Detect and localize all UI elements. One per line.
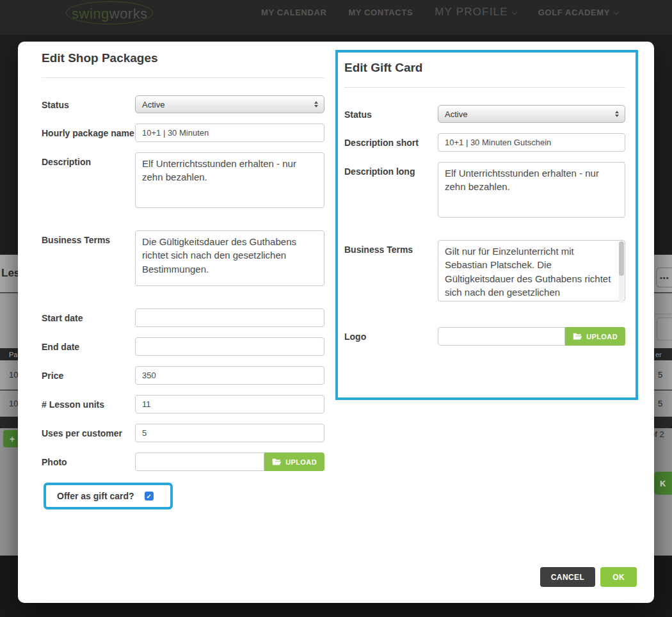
gift-panel-title: Edit Gift Card	[344, 61, 625, 75]
photo-upload-button[interactable]: UPLOAD	[264, 453, 324, 471]
status-label: Status	[42, 95, 135, 113]
photo-label: Photo	[42, 453, 135, 471]
nav-my-profile-label: MY PROFILE	[435, 6, 508, 18]
price-input[interactable]	[135, 366, 324, 385]
folder-open-icon	[573, 333, 582, 341]
gift-card-panel: Edit Gift Card Status Active Description…	[335, 50, 638, 400]
logo-upload-label: UPLOAD	[586, 333, 618, 341]
end-date-row: End date	[42, 337, 324, 356]
chevron-down-icon	[512, 10, 517, 15]
gift-business-terms-row: Business Terms Gilt nur für Einzelunterr…	[344, 240, 625, 304]
scrollbar-thumb[interactable]	[619, 241, 624, 276]
package-name-label: Hourly package name	[42, 124, 135, 142]
lesson-units-input[interactable]	[135, 395, 324, 413]
description-long-label: Description long	[344, 162, 438, 218]
description-label: Description	[42, 152, 135, 208]
plus-icon: +	[10, 434, 15, 444]
description-textarea[interactable]: Elf Unterrichtsstunden erhalten - nur ze…	[135, 152, 324, 208]
business-terms-label: Business Terms	[42, 230, 135, 286]
description-long-textarea[interactable]: Elf Unterrichtsstunden erhalten - nur ze…	[438, 162, 625, 218]
status-selected-value: Active	[142, 100, 164, 109]
logo-part-swing: swing	[72, 6, 109, 22]
photo-upload-label: UPLOAD	[285, 458, 317, 466]
end-date-input[interactable]	[135, 337, 324, 356]
logo-input[interactable]	[438, 327, 565, 346]
price-label: Price	[42, 366, 135, 385]
edit-shop-packages-dialog: Edit Shop Packages Status Active Hourly …	[18, 42, 654, 603]
start-date-input[interactable]	[135, 308, 324, 327]
gift-business-terms-label: Business Terms	[344, 240, 438, 304]
package-name-input[interactable]	[135, 124, 324, 142]
gift-status-select[interactable]: Active	[438, 105, 625, 123]
gift-status-selected-value: Active	[445, 109, 467, 119]
logo-part-works: works	[109, 6, 148, 22]
shop-panel-title: Edit Shop Packages	[42, 51, 324, 65]
status-row: Status Active	[42, 95, 324, 113]
start-date-row: Start date	[42, 308, 324, 327]
nav-golf-academy-label: GOLF ACADEMY	[538, 8, 610, 17]
green-action-button-label: K	[660, 479, 666, 488]
cancel-button[interactable]: CANCEL	[540, 567, 595, 587]
scrollbar[interactable]	[619, 241, 624, 303]
search-box-fragment[interactable]	[657, 317, 672, 341]
description-row: Description Elf Unterrichtsstunden erhal…	[42, 152, 324, 208]
select-spinner-icon	[314, 101, 318, 108]
nav-my-contacts[interactable]: MY CONTACTS	[348, 8, 413, 17]
status-select[interactable]: Active	[135, 95, 324, 113]
gift-status-row: Status Active	[344, 105, 625, 123]
folder-open-icon	[272, 458, 282, 466]
lesson-units-label: # Lesson units	[42, 395, 135, 413]
gift-business-terms-textarea[interactable]: Gilt nur für Einzelunterricht mit Sebast…	[438, 240, 625, 301]
check-icon: ✓	[146, 493, 151, 500]
table-cell-fragment: 5	[658, 399, 662, 408]
lessons-title-fragment: Les	[1, 267, 20, 280]
swingworks-logo[interactable]: swingworks	[72, 6, 148, 22]
divider	[654, 314, 672, 314]
more-options-button[interactable]: •••	[656, 268, 672, 287]
ok-button[interactable]: OK	[600, 567, 637, 587]
end-date-label: End date	[42, 337, 135, 356]
logo-row: Logo UPLOAD	[344, 327, 625, 346]
green-action-button-fragment[interactable]: K	[654, 472, 672, 495]
table-header-fragment-left: Pa	[9, 351, 17, 358]
logo-label: Logo	[344, 327, 438, 346]
photo-row: Photo UPLOAD	[42, 453, 324, 471]
logo-upload-button[interactable]: UPLOAD	[565, 327, 625, 346]
offer-gift-card-label: Offer as gift card?	[57, 490, 134, 502]
package-name-row: Hourly package name	[42, 124, 324, 142]
table-cell-fragment: 5	[658, 370, 662, 380]
description-short-input[interactable]	[438, 133, 625, 152]
ellipsis-icon: •••	[660, 274, 669, 282]
description-short-row: Description short	[344, 133, 625, 152]
main-nav: MY CALENDAR MY CONTACTS MY PROFILE GOLF …	[261, 0, 618, 24]
shop-packages-panel: Edit Shop Packages Status Active Hourly …	[42, 51, 324, 509]
chevron-down-icon	[614, 9, 619, 14]
business-terms-row: Business Terms Die Gültigkeitsdauer des …	[42, 230, 324, 286]
dialog-footer: CANCEL OK	[540, 567, 637, 587]
table-header-fragment-right: er	[655, 351, 662, 358]
nav-my-calendar[interactable]: MY CALENDAR	[261, 8, 326, 17]
gift-status-label: Status	[344, 105, 438, 123]
uses-per-customer-input[interactable]	[135, 424, 324, 442]
uses-per-customer-label: Uses per customer	[42, 424, 135, 442]
start-date-label: Start date	[42, 308, 135, 327]
description-long-row: Description long Elf Unterrichtsstunden …	[344, 162, 625, 218]
business-terms-textarea[interactable]: Die Gültigkeitsdauer des Guthabens richt…	[135, 230, 324, 286]
offer-gift-card-highlight: Offer as gift card? ✓	[44, 483, 173, 509]
uses-per-customer-row: Uses per customer	[42, 424, 324, 442]
description-short-label: Description short	[344, 133, 438, 152]
lesson-units-row: # Lesson units	[42, 395, 324, 413]
photo-input[interactable]	[135, 453, 264, 471]
select-spinner-icon	[615, 111, 619, 117]
nav-golf-academy[interactable]: GOLF ACADEMY	[538, 8, 618, 17]
offer-gift-card-checkbox[interactable]: ✓	[145, 492, 154, 501]
price-row: Price	[42, 366, 324, 385]
nav-my-profile[interactable]: MY PROFILE	[435, 6, 516, 19]
